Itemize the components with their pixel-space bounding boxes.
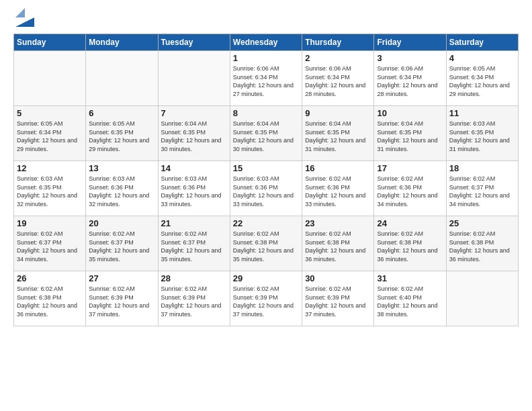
day-number: 22 [233, 218, 299, 228]
day-number: 17 [377, 163, 443, 173]
day-number: 19 [17, 218, 83, 228]
day-number: 6 [89, 108, 154, 118]
day-info: Sunrise: 6:02 AM Sunset: 6:36 PM Dayligh… [377, 175, 443, 208]
day-number: 25 [449, 218, 515, 228]
logo [13, 11, 34, 27]
calendar-day-cell: 25Sunrise: 6:02 AM Sunset: 6:38 PM Dayli… [446, 216, 518, 271]
calendar-day-cell: 15Sunrise: 6:03 AM Sunset: 6:36 PM Dayli… [230, 161, 302, 216]
calendar-day-cell: 29Sunrise: 6:02 AM Sunset: 6:39 PM Dayli… [230, 271, 302, 326]
day-number: 5 [17, 108, 83, 118]
calendar-day-cell [86, 51, 158, 106]
day-number: 30 [305, 273, 371, 283]
day-number: 27 [89, 273, 154, 283]
day-number: 2 [305, 53, 371, 63]
calendar-day-cell: 27Sunrise: 6:02 AM Sunset: 6:39 PM Dayli… [86, 271, 158, 326]
day-info: Sunrise: 6:02 AM Sunset: 6:37 PM Dayligh… [161, 230, 227, 263]
day-info: Sunrise: 6:03 AM Sunset: 6:36 PM Dayligh… [89, 175, 154, 208]
day-info: Sunrise: 6:02 AM Sunset: 6:39 PM Dayligh… [89, 285, 154, 318]
calendar-header-row: SundayMondayTuesdayWednesdayThursdayFrid… [14, 34, 519, 51]
calendar-week-row: 19Sunrise: 6:02 AM Sunset: 6:37 PM Dayli… [14, 216, 519, 271]
day-info: Sunrise: 6:04 AM Sunset: 6:35 PM Dayligh… [161, 120, 227, 153]
day-number: 10 [377, 108, 443, 118]
day-number: 9 [305, 108, 371, 118]
calendar-day-cell: 20Sunrise: 6:02 AM Sunset: 6:37 PM Dayli… [86, 216, 158, 271]
svg-marker-0 [15, 17, 34, 27]
day-number: 29 [233, 273, 299, 283]
day-number: 14 [161, 163, 227, 173]
day-info: Sunrise: 6:02 AM Sunset: 6:36 PM Dayligh… [305, 175, 371, 208]
day-info: Sunrise: 6:06 AM Sunset: 6:34 PM Dayligh… [233, 64, 299, 98]
day-info: Sunrise: 6:04 AM Sunset: 6:35 PM Dayligh… [305, 120, 371, 153]
calendar-day-cell: 16Sunrise: 6:02 AM Sunset: 6:36 PM Dayli… [302, 161, 374, 216]
day-info: Sunrise: 6:04 AM Sunset: 6:35 PM Dayligh… [377, 120, 443, 153]
svg-marker-1 [15, 8, 25, 17]
calendar-day-header: Saturday [446, 34, 518, 51]
day-info: Sunrise: 6:03 AM Sunset: 6:35 PM Dayligh… [17, 175, 83, 208]
calendar-day-cell [158, 51, 230, 106]
day-info: Sunrise: 6:02 AM Sunset: 6:39 PM Dayligh… [233, 285, 299, 318]
calendar-table: SundayMondayTuesdayWednesdayThursdayFrid… [13, 34, 519, 326]
day-number: 26 [17, 273, 83, 283]
calendar-day-header: Thursday [302, 34, 374, 51]
calendar-day-cell: 31Sunrise: 6:02 AM Sunset: 6:40 PM Dayli… [374, 271, 446, 326]
calendar-week-row: 26Sunrise: 6:02 AM Sunset: 6:38 PM Dayli… [14, 271, 519, 326]
day-info: Sunrise: 6:02 AM Sunset: 6:38 PM Dayligh… [449, 230, 515, 263]
day-info: Sunrise: 6:03 AM Sunset: 6:35 PM Dayligh… [449, 120, 515, 153]
calendar-day-cell: 14Sunrise: 6:03 AM Sunset: 6:36 PM Dayli… [158, 161, 230, 216]
day-number: 31 [377, 273, 443, 283]
calendar-day-cell: 7Sunrise: 6:04 AM Sunset: 6:35 PM Daylig… [158, 106, 230, 161]
day-number: 13 [89, 163, 154, 173]
day-number: 21 [161, 218, 227, 228]
day-number: 3 [377, 53, 443, 63]
calendar-day-cell: 2Sunrise: 6:06 AM Sunset: 6:34 PM Daylig… [302, 51, 374, 106]
calendar-day-cell: 21Sunrise: 6:02 AM Sunset: 6:37 PM Dayli… [158, 216, 230, 271]
day-info: Sunrise: 6:02 AM Sunset: 6:38 PM Dayligh… [377, 230, 443, 263]
day-number: 28 [161, 273, 227, 283]
calendar-week-row: 12Sunrise: 6:03 AM Sunset: 6:35 PM Dayli… [14, 161, 519, 216]
day-info: Sunrise: 6:05 AM Sunset: 6:34 PM Dayligh… [449, 64, 515, 98]
day-number: 8 [233, 108, 299, 118]
calendar-day-cell: 6Sunrise: 6:05 AM Sunset: 6:35 PM Daylig… [86, 106, 158, 161]
calendar-day-cell: 12Sunrise: 6:03 AM Sunset: 6:35 PM Dayli… [14, 161, 86, 216]
calendar-day-cell: 1Sunrise: 6:06 AM Sunset: 6:34 PM Daylig… [230, 51, 302, 106]
calendar-day-cell: 28Sunrise: 6:02 AM Sunset: 6:39 PM Dayli… [158, 271, 230, 326]
day-info: Sunrise: 6:04 AM Sunset: 6:35 PM Dayligh… [233, 120, 299, 153]
day-number: 1 [233, 53, 299, 63]
day-info: Sunrise: 6:02 AM Sunset: 6:38 PM Dayligh… [233, 230, 299, 263]
calendar-day-cell: 24Sunrise: 6:02 AM Sunset: 6:38 PM Dayli… [374, 216, 446, 271]
day-info: Sunrise: 6:05 AM Sunset: 6:34 PM Dayligh… [17, 120, 83, 153]
day-number: 15 [233, 163, 299, 173]
calendar-day-cell: 26Sunrise: 6:02 AM Sunset: 6:38 PM Dayli… [14, 271, 86, 326]
day-number: 18 [449, 163, 515, 173]
calendar-week-row: 5Sunrise: 6:05 AM Sunset: 6:34 PM Daylig… [14, 106, 519, 161]
day-number: 12 [17, 163, 83, 173]
day-info: Sunrise: 6:02 AM Sunset: 6:40 PM Dayligh… [377, 285, 443, 318]
header [13, 11, 519, 27]
day-info: Sunrise: 6:02 AM Sunset: 6:37 PM Dayligh… [449, 175, 515, 208]
calendar-day-header: Tuesday [158, 34, 230, 51]
calendar-day-cell: 4Sunrise: 6:05 AM Sunset: 6:34 PM Daylig… [446, 51, 518, 106]
day-info: Sunrise: 6:06 AM Sunset: 6:34 PM Dayligh… [377, 64, 443, 98]
day-info: Sunrise: 6:03 AM Sunset: 6:36 PM Dayligh… [233, 175, 299, 208]
calendar-day-cell: 19Sunrise: 6:02 AM Sunset: 6:37 PM Dayli… [14, 216, 86, 271]
day-info: Sunrise: 6:03 AM Sunset: 6:36 PM Dayligh… [161, 175, 227, 208]
day-number: 4 [449, 53, 515, 63]
calendar-day-cell: 9Sunrise: 6:04 AM Sunset: 6:35 PM Daylig… [302, 106, 374, 161]
calendar-day-cell: 18Sunrise: 6:02 AM Sunset: 6:37 PM Dayli… [446, 161, 518, 216]
day-number: 24 [377, 218, 443, 228]
day-number: 7 [161, 108, 227, 118]
day-number: 20 [89, 218, 154, 228]
calendar-day-cell [446, 271, 518, 326]
logo-icon [15, 8, 34, 27]
day-info: Sunrise: 6:02 AM Sunset: 6:37 PM Dayligh… [89, 230, 154, 263]
day-info: Sunrise: 6:06 AM Sunset: 6:34 PM Dayligh… [305, 64, 371, 98]
day-info: Sunrise: 6:05 AM Sunset: 6:35 PM Dayligh… [89, 120, 154, 153]
calendar-day-cell: 10Sunrise: 6:04 AM Sunset: 6:35 PM Dayli… [374, 106, 446, 161]
calendar-week-row: 1Sunrise: 6:06 AM Sunset: 6:34 PM Daylig… [14, 51, 519, 106]
page: SundayMondayTuesdayWednesdayThursdayFrid… [0, 0, 532, 333]
calendar-day-cell [14, 51, 86, 106]
calendar-day-cell: 23Sunrise: 6:02 AM Sunset: 6:38 PM Dayli… [302, 216, 374, 271]
calendar-day-cell: 13Sunrise: 6:03 AM Sunset: 6:36 PM Dayli… [86, 161, 158, 216]
calendar-day-header: Monday [86, 34, 158, 51]
calendar-day-cell: 17Sunrise: 6:02 AM Sunset: 6:36 PM Dayli… [374, 161, 446, 216]
